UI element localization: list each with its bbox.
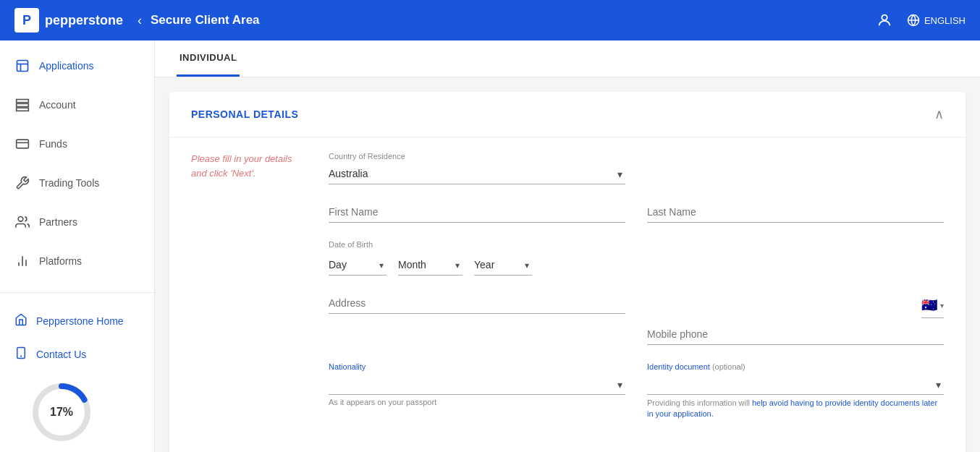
phone-field: 🇦🇺 ▾ [647,293,944,345]
svg-point-10 [18,217,23,222]
home-icon [14,313,28,329]
progress-circle: 17% [29,380,94,445]
trading-tools-icon [14,175,30,191]
month-select-wrap: Month JanuaryFebruaryMarch AprilMayJune … [398,255,462,276]
nationality-select-wrapper: Australian British American [329,374,625,395]
svg-rect-2 [17,61,28,72]
tab-individual[interactable]: INDIVIDUAL [177,40,240,77]
last-name-field [647,202,944,223]
nationality-label: Nationality [329,362,625,371]
platforms-icon [14,253,30,269]
year-select[interactable]: Year 200019901980 [474,255,532,276]
first-name-field [329,202,625,223]
dob-row: Date of Birth Day 123 Month [329,240,944,276]
sidebar-nav: Applications Account Funds [0,40,154,286]
sidebar-item-platforms[interactable]: Platforms [0,242,154,281]
identity-select-wrapper: Passport Driver's License [647,374,944,395]
section-title: PERSONAL DETAILS [191,108,298,120]
sidebar-item-funds[interactable]: Funds [0,124,154,163]
country-label: Country of Residence [329,152,625,161]
progress-container: 17% [14,380,109,445]
first-name-input[interactable] [329,202,625,223]
phone-flag-button[interactable]: 🇦🇺 ▾ [921,293,944,318]
logo: P pepperstone [14,8,123,33]
platforms-label: Platforms [39,255,82,267]
logo-p-letter: P [22,13,31,28]
dob-selects: Day 123 Month JanuaryFebruaryMarch April… [329,255,944,276]
header-title: Secure Client Area [151,13,876,27]
sidebar-item-applications[interactable]: Applications [0,46,154,85]
form-card: PERSONAL DETAILS ∧ Please fill in your d… [169,92,966,452]
empty-field-1 [647,152,944,184]
svg-rect-5 [17,100,29,103]
pepperstone-home-label: Pepperstone Home [36,315,124,327]
partners-label: Partners [39,216,77,228]
account-icon [14,97,30,113]
funds-label: Funds [39,138,67,150]
language-button[interactable]: ENGLISH [907,14,966,27]
svg-rect-6 [17,103,29,106]
svg-point-0 [882,15,887,20]
section-collapse-button[interactable]: ∧ [934,106,944,122]
country-row: Country of Residence Australia United St… [329,152,944,184]
header: P pepperstone ‹ Secure Client Area ENGLI… [0,0,980,40]
sidebar: Applications Account Funds [0,40,155,452]
identity-field: Identity document (optional) Passport Dr… [647,362,944,420]
form-instructions-text: Please fill in your details and click 'N… [191,152,307,180]
sidebar-item-account[interactable]: Account [0,85,154,124]
nationality-identity-row: Nationality Australian British American … [329,362,944,420]
account-label: Account [39,99,76,111]
australia-flag: 🇦🇺 [921,297,937,313]
sidebar-footer: Pepperstone Home Contact Us 1 [0,299,154,452]
progress-label: 17% [50,406,73,419]
trading-tools-label: Trading Tools [39,177,99,189]
back-button[interactable]: ‹ [138,13,142,28]
nationality-select[interactable]: Australian British American [329,374,625,395]
section-header: PERSONAL DETAILS ∧ [169,92,966,137]
tab-bar: INDIVIDUAL [155,40,980,77]
contact-us-label: Contact Us [36,349,86,360]
applications-label: Applications [39,60,94,72]
address-phone-row: 🇦🇺 ▾ [329,293,944,345]
user-icon-button[interactable] [876,12,892,28]
form-fields: Country of Residence Australia United St… [329,152,944,438]
sidebar-item-partners[interactable]: Partners [0,202,154,242]
partners-icon [14,214,30,230]
dob-label: Date of Birth [329,240,944,249]
address-field [329,293,625,345]
sidebar-item-trading-tools[interactable]: Trading Tools [0,163,154,202]
flag-chevron-icon: ▾ [940,302,944,310]
sidebar-item-contact-us[interactable]: Contact Us [0,338,154,371]
day-select-wrap: Day 123 [329,255,386,276]
content-area: INDIVIDUAL PERSONAL DETAILS ∧ Please fil… [155,40,980,452]
month-select[interactable]: Month JanuaryFebruaryMarch AprilMayJune … [398,255,462,276]
contact-icon [14,346,28,362]
country-select-wrapper: Australia United States United Kingdom [329,163,625,184]
country-field: Country of Residence Australia United St… [329,152,625,184]
logo-text: pepperstone [45,13,123,28]
sidebar-item-pepperstone-home[interactable]: Pepperstone Home [0,304,154,338]
nationality-field: Nationality Australian British American … [329,362,625,420]
svg-rect-7 [17,108,29,111]
sidebar-divider [0,292,154,293]
country-select[interactable]: Australia United States United Kingdom [329,163,625,184]
funds-icon [14,136,30,152]
identity-select[interactable]: Passport Driver's License [647,374,944,395]
identity-hint: Providing this information will help avo… [647,398,944,420]
header-right: ENGLISH [876,12,966,28]
svg-rect-8 [17,140,29,148]
main-layout: Applications Account Funds [0,40,980,452]
form-instructions-area: Please fill in your details and click 'N… [191,152,307,438]
day-select[interactable]: Day 123 [329,255,386,276]
phone-input[interactable] [647,324,944,345]
logo-icon: P [14,8,39,33]
applications-icon [14,58,30,74]
form-body: Please fill in your details and click 'N… [169,137,966,452]
name-row [329,202,944,223]
language-label: ENGLISH [924,15,966,26]
nationality-hint: As it appears on your passport [329,398,625,406]
address-input[interactable] [329,293,625,314]
identity-label: Identity document (optional) [647,362,944,371]
last-name-input[interactable] [647,202,944,223]
year-select-wrap: Year 200019901980 [474,255,532,276]
